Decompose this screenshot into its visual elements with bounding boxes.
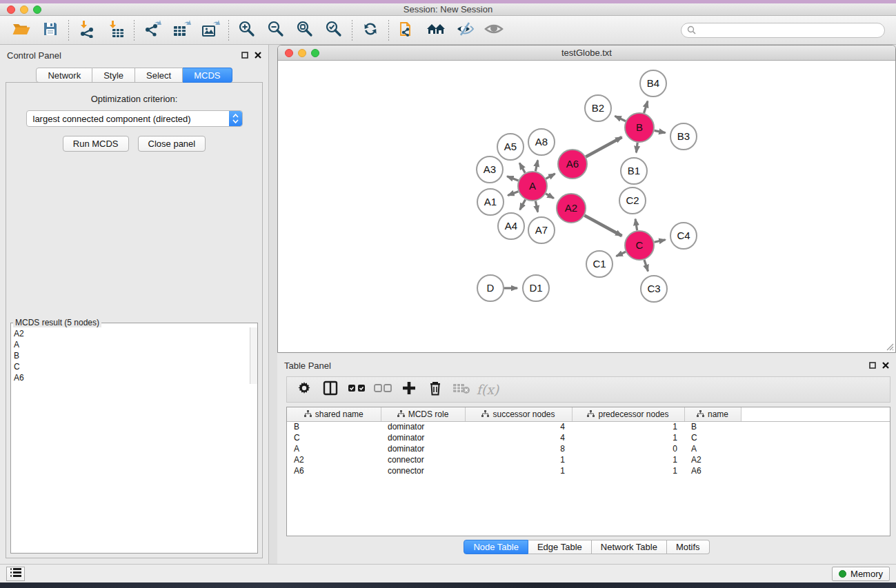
tab-network[interactable]: Network	[36, 68, 92, 83]
table-cell[interactable]: A2	[287, 454, 381, 465]
zoom-out-button[interactable]	[261, 19, 290, 42]
birds-eye-view-button[interactable]	[479, 19, 508, 42]
table-cell[interactable]: dominator	[381, 443, 465, 454]
graph-edge-A-A6[interactable]	[546, 174, 555, 179]
zoom-fit-button[interactable]	[290, 19, 319, 42]
graph-node-A4[interactable]: A4	[498, 213, 524, 239]
network-graph[interactable]: AA1A2A3A4A5A6A7A8BB1B2B3B4CC1C2C3C4DD1	[278, 61, 895, 352]
graph-node-C4[interactable]: C4	[670, 223, 697, 249]
tab-select[interactable]: Select	[135, 68, 183, 83]
new-network-from-selection-button[interactable]	[392, 19, 421, 42]
settings-gear-button[interactable]	[292, 379, 316, 400]
task-history-button[interactable]	[6, 567, 25, 581]
graph-node-B[interactable]: B	[625, 113, 654, 142]
graph-node-A1[interactable]: A1	[477, 189, 504, 215]
resize-grip[interactable]	[886, 343, 894, 351]
graph-node-B2[interactable]: B2	[585, 95, 611, 121]
graph-edge-B-B1[interactable]	[636, 143, 637, 152]
result-scrollbar[interactable]	[250, 327, 257, 384]
table-cell[interactable]: A	[684, 443, 741, 454]
tab-mcds[interactable]: MCDS	[183, 68, 232, 83]
table-cell[interactable]: 1	[572, 432, 684, 443]
home-network-button[interactable]	[421, 19, 450, 42]
column-header[interactable]: predecessor nodes	[572, 407, 684, 421]
save-session-button[interactable]	[36, 19, 65, 42]
delete-column-button[interactable]	[424, 379, 447, 400]
graph-node-A8[interactable]: A8	[528, 129, 555, 155]
table-cell[interactable]: A6	[287, 465, 381, 476]
network-window-titlebar[interactable]: testGlobe.txt	[278, 45, 895, 61]
tab-motifs[interactable]: Motifs	[667, 540, 710, 554]
close-panel-icon[interactable]	[882, 359, 889, 372]
table-cell[interactable]: dominator	[381, 432, 465, 443]
graph-edge-B-B2[interactable]	[615, 116, 626, 121]
search-input[interactable]	[699, 26, 879, 35]
table-cell[interactable]: 1	[572, 465, 684, 476]
tab-style[interactable]: Style	[92, 68, 135, 83]
graph-node-C[interactable]: C	[625, 231, 654, 260]
result-item[interactable]: A	[14, 339, 255, 350]
hide-graphics-details-button[interactable]	[450, 19, 479, 42]
close-panel-icon[interactable]	[255, 49, 261, 61]
graph-node-D1[interactable]: D1	[523, 275, 549, 301]
float-panel-icon[interactable]	[241, 49, 248, 61]
graph-edge-A-A4[interactable]	[520, 199, 526, 210]
graph-edge-A-A8[interactable]	[535, 160, 537, 171]
network-canvas[interactable]: AA1A2A3A4A5A6A7A8BB1B2B3B4CC1C2C3C4DD1	[278, 61, 895, 352]
table-cell[interactable]: B	[287, 421, 381, 432]
table-cell[interactable]: connector	[381, 465, 465, 476]
function-builder-button[interactable]: f(x)	[476, 379, 499, 400]
zoom-selected-button[interactable]	[319, 19, 348, 42]
table-row[interactable]: Adominator80A	[287, 443, 890, 454]
graph-edge-C-C1[interactable]	[616, 252, 626, 256]
memory-button[interactable]: Memory	[832, 567, 890, 581]
graph-edge-C-C2[interactable]	[635, 219, 637, 231]
table-cell[interactable]: connector	[381, 454, 465, 465]
graph-node-D[interactable]: D	[477, 275, 504, 301]
refresh-view-button[interactable]	[356, 19, 385, 42]
export-table-button[interactable]	[167, 19, 196, 42]
table-cell[interactable]: 4	[465, 432, 572, 443]
export-network-button[interactable]	[138, 19, 167, 42]
tab-node-table[interactable]: Node Table	[464, 540, 528, 554]
table-cell[interactable]: 8	[465, 443, 572, 454]
add-column-button[interactable]	[397, 379, 421, 400]
table-cell[interactable]: A2	[684, 454, 741, 465]
import-table-button[interactable]	[101, 19, 130, 42]
table-cell[interactable]: B	[684, 421, 741, 432]
mcds-result-list[interactable]: A2ABCA6	[11, 327, 257, 384]
graph-edge-A-A7[interactable]	[535, 201, 537, 212]
graph-node-B3[interactable]: B3	[670, 123, 697, 150]
table-cell[interactable]: C	[684, 432, 741, 443]
table-cell[interactable]: A6	[684, 465, 741, 476]
graph-node-C2[interactable]: C2	[619, 187, 646, 214]
close-panel-button[interactable]: Close panel	[138, 136, 206, 152]
column-header[interactable]: shared name	[287, 407, 381, 421]
search-field[interactable]	[681, 23, 885, 38]
graph-edge-A-A1[interactable]	[508, 192, 518, 196]
tab-edge-table[interactable]: Edge Table	[528, 540, 592, 554]
result-item[interactable]: C	[14, 361, 255, 372]
graph-edge-A2-C[interactable]	[584, 216, 621, 236]
deselect-all-button[interactable]	[371, 379, 395, 400]
graph-node-A5[interactable]: A5	[497, 134, 524, 160]
column-header[interactable]: name	[684, 407, 741, 421]
table-cell[interactable]: A	[287, 443, 381, 454]
graph-edge-C-C4[interactable]	[654, 240, 665, 243]
result-item[interactable]: A6	[14, 372, 255, 383]
table-row[interactable]: Bdominator41B	[287, 421, 890, 432]
float-panel-icon[interactable]	[869, 359, 876, 372]
graph-node-A2[interactable]: A2	[557, 194, 586, 223]
graph-edge-A6-B[interactable]	[586, 137, 621, 157]
select-all-button[interactable]	[345, 379, 368, 400]
table-row[interactable]: Cdominator41C	[287, 432, 890, 443]
graph-node-C3[interactable]: C3	[641, 276, 667, 302]
table-cell[interactable]: 1	[465, 454, 572, 465]
criterion-dropdown[interactable]: largest connected component (directed)	[26, 110, 243, 127]
graph-node-A3[interactable]: A3	[477, 156, 503, 183]
graph-edge-A-A2[interactable]	[546, 194, 554, 199]
table-cell[interactable]: 1	[572, 454, 684, 465]
delete-table-button[interactable]	[450, 379, 473, 400]
graph-edge-B-B4[interactable]	[644, 101, 648, 113]
result-item[interactable]: B	[14, 350, 255, 361]
